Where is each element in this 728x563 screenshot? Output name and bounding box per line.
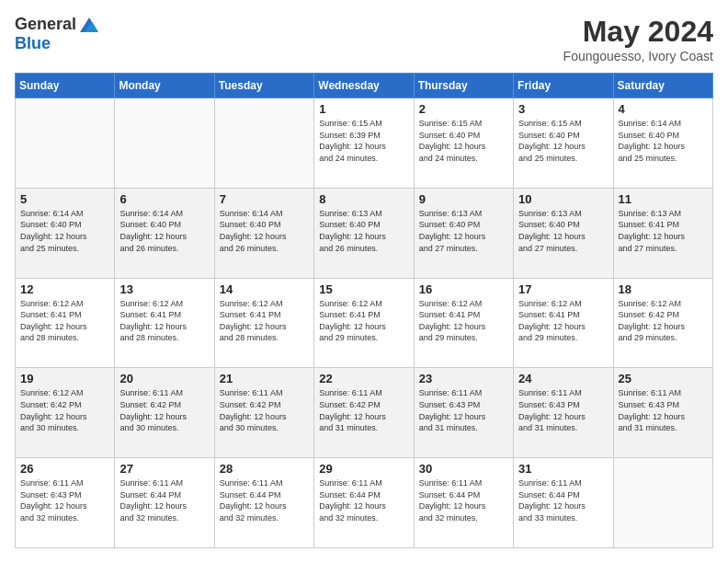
day-number: 2 xyxy=(419,102,508,116)
day-number: 10 xyxy=(518,192,608,206)
table-row: 4Sunrise: 6:14 AM Sunset: 6:40 PM Daylig… xyxy=(613,98,712,189)
col-sunday: Sunday xyxy=(16,74,115,98)
day-info: Sunrise: 6:12 AM Sunset: 6:41 PM Dayligh… xyxy=(419,298,508,344)
day-info: Sunrise: 6:12 AM Sunset: 6:41 PM Dayligh… xyxy=(518,298,608,344)
day-number: 6 xyxy=(119,192,209,206)
table-row: 26Sunrise: 6:11 AM Sunset: 6:43 PM Dayli… xyxy=(16,458,115,548)
day-info: Sunrise: 6:11 AM Sunset: 6:43 PM Dayligh… xyxy=(619,387,708,433)
table-row: 7Sunrise: 6:14 AM Sunset: 6:40 PM Daylig… xyxy=(214,188,313,278)
col-tuesday: Tuesday xyxy=(214,74,313,98)
day-info: Sunrise: 6:12 AM Sunset: 6:41 PM Dayligh… xyxy=(119,298,209,344)
table-row xyxy=(214,98,313,189)
day-info: Sunrise: 6:15 AM Sunset: 6:39 PM Dayligh… xyxy=(319,118,408,164)
col-monday: Monday xyxy=(115,74,214,98)
day-number: 30 xyxy=(419,462,508,476)
table-row: 13Sunrise: 6:12 AM Sunset: 6:41 PM Dayli… xyxy=(115,278,214,368)
day-info: Sunrise: 6:11 AM Sunset: 6:44 PM Dayligh… xyxy=(220,477,309,523)
day-number: 4 xyxy=(619,102,708,116)
col-friday: Friday xyxy=(514,74,613,98)
page: General Blue May 2024 Foungouesso, Ivory… xyxy=(0,0,728,563)
logo-general-text: General xyxy=(15,15,76,34)
logo: General Blue xyxy=(15,15,98,53)
day-number: 9 xyxy=(419,192,508,206)
table-row: 8Sunrise: 6:13 AM Sunset: 6:40 PM Daylig… xyxy=(314,188,414,278)
table-row: 22Sunrise: 6:11 AM Sunset: 6:42 PM Dayli… xyxy=(314,368,414,458)
day-number: 29 xyxy=(319,462,408,476)
day-number: 3 xyxy=(518,102,608,116)
day-number: 7 xyxy=(220,192,309,206)
table-row: 25Sunrise: 6:11 AM Sunset: 6:43 PM Dayli… xyxy=(613,368,712,458)
day-number: 16 xyxy=(419,282,508,296)
day-number: 17 xyxy=(518,282,608,296)
table-row: 19Sunrise: 6:12 AM Sunset: 6:42 PM Dayli… xyxy=(16,368,115,458)
header: General Blue May 2024 Foungouesso, Ivory… xyxy=(15,15,713,63)
month-title: May 2024 xyxy=(563,15,713,49)
day-info: Sunrise: 6:11 AM Sunset: 6:44 PM Dayligh… xyxy=(119,477,209,523)
table-row xyxy=(613,458,712,548)
day-number: 23 xyxy=(419,372,508,385)
calendar-table: Sunday Monday Tuesday Wednesday Thursday… xyxy=(15,73,713,548)
day-info: Sunrise: 6:13 AM Sunset: 6:40 PM Dayligh… xyxy=(419,208,508,254)
day-number: 20 xyxy=(119,372,209,385)
day-number: 15 xyxy=(319,282,408,296)
table-row: 23Sunrise: 6:11 AM Sunset: 6:43 PM Dayli… xyxy=(414,368,513,458)
day-number: 5 xyxy=(20,192,109,206)
day-info: Sunrise: 6:11 AM Sunset: 6:43 PM Dayligh… xyxy=(419,387,508,433)
table-row: 28Sunrise: 6:11 AM Sunset: 6:44 PM Dayli… xyxy=(214,458,313,548)
table-row: 9Sunrise: 6:13 AM Sunset: 6:40 PM Daylig… xyxy=(414,188,513,278)
calendar-header-row: Sunday Monday Tuesday Wednesday Thursday… xyxy=(16,74,713,98)
calendar-week-row: 1Sunrise: 6:15 AM Sunset: 6:39 PM Daylig… xyxy=(16,98,713,189)
table-row: 15Sunrise: 6:12 AM Sunset: 6:41 PM Dayli… xyxy=(314,278,414,368)
day-info: Sunrise: 6:11 AM Sunset: 6:44 PM Dayligh… xyxy=(319,477,408,523)
table-row: 18Sunrise: 6:12 AM Sunset: 6:42 PM Dayli… xyxy=(613,278,712,368)
day-number: 12 xyxy=(20,282,109,296)
calendar-week-row: 12Sunrise: 6:12 AM Sunset: 6:41 PM Dayli… xyxy=(16,278,713,368)
table-row: 11Sunrise: 6:13 AM Sunset: 6:41 PM Dayli… xyxy=(613,188,712,278)
day-info: Sunrise: 6:11 AM Sunset: 6:44 PM Dayligh… xyxy=(518,477,608,523)
day-info: Sunrise: 6:11 AM Sunset: 6:42 PM Dayligh… xyxy=(319,387,408,433)
calendar-week-row: 19Sunrise: 6:12 AM Sunset: 6:42 PM Dayli… xyxy=(16,368,713,458)
day-number: 27 xyxy=(119,462,209,476)
day-info: Sunrise: 6:15 AM Sunset: 6:40 PM Dayligh… xyxy=(419,118,508,164)
day-info: Sunrise: 6:11 AM Sunset: 6:42 PM Dayligh… xyxy=(220,387,309,433)
day-info: Sunrise: 6:14 AM Sunset: 6:40 PM Dayligh… xyxy=(220,208,309,254)
table-row: 30Sunrise: 6:11 AM Sunset: 6:44 PM Dayli… xyxy=(414,458,513,548)
table-row: 27Sunrise: 6:11 AM Sunset: 6:44 PM Dayli… xyxy=(115,458,214,548)
day-number: 19 xyxy=(20,372,109,385)
location: Foungouesso, Ivory Coast xyxy=(563,49,713,63)
table-row: 5Sunrise: 6:14 AM Sunset: 6:40 PM Daylig… xyxy=(16,188,115,278)
day-info: Sunrise: 6:11 AM Sunset: 6:43 PM Dayligh… xyxy=(20,477,109,523)
day-info: Sunrise: 6:14 AM Sunset: 6:40 PM Dayligh… xyxy=(619,118,708,164)
day-info: Sunrise: 6:11 AM Sunset: 6:44 PM Dayligh… xyxy=(419,477,508,523)
day-number: 11 xyxy=(619,192,708,206)
day-info: Sunrise: 6:14 AM Sunset: 6:40 PM Dayligh… xyxy=(20,208,109,254)
day-info: Sunrise: 6:12 AM Sunset: 6:41 PM Dayligh… xyxy=(20,298,109,344)
day-info: Sunrise: 6:11 AM Sunset: 6:43 PM Dayligh… xyxy=(518,387,608,433)
table-row: 29Sunrise: 6:11 AM Sunset: 6:44 PM Dayli… xyxy=(314,458,414,548)
col-wednesday: Wednesday xyxy=(314,74,414,98)
table-row: 10Sunrise: 6:13 AM Sunset: 6:40 PM Dayli… xyxy=(514,188,613,278)
logo-icon xyxy=(80,17,98,32)
calendar-week-row: 26Sunrise: 6:11 AM Sunset: 6:43 PM Dayli… xyxy=(16,458,713,548)
table-row xyxy=(16,98,115,189)
day-number: 14 xyxy=(220,282,309,296)
title-block: May 2024 Foungouesso, Ivory Coast xyxy=(563,15,713,63)
table-row: 17Sunrise: 6:12 AM Sunset: 6:41 PM Dayli… xyxy=(514,278,613,368)
day-info: Sunrise: 6:13 AM Sunset: 6:41 PM Dayligh… xyxy=(619,208,708,254)
table-row: 1Sunrise: 6:15 AM Sunset: 6:39 PM Daylig… xyxy=(314,98,414,189)
day-number: 8 xyxy=(319,192,408,206)
table-row: 3Sunrise: 6:15 AM Sunset: 6:40 PM Daylig… xyxy=(514,98,613,189)
table-row: 6Sunrise: 6:14 AM Sunset: 6:40 PM Daylig… xyxy=(115,188,214,278)
table-row: 24Sunrise: 6:11 AM Sunset: 6:43 PM Dayli… xyxy=(514,368,613,458)
col-thursday: Thursday xyxy=(414,74,513,98)
col-saturday: Saturday xyxy=(613,74,712,98)
day-info: Sunrise: 6:12 AM Sunset: 6:42 PM Dayligh… xyxy=(619,298,708,344)
day-info: Sunrise: 6:12 AM Sunset: 6:41 PM Dayligh… xyxy=(220,298,309,344)
day-number: 31 xyxy=(518,462,608,476)
table-row: 14Sunrise: 6:12 AM Sunset: 6:41 PM Dayli… xyxy=(214,278,313,368)
table-row: 16Sunrise: 6:12 AM Sunset: 6:41 PM Dayli… xyxy=(414,278,513,368)
day-number: 28 xyxy=(220,462,309,476)
day-info: Sunrise: 6:13 AM Sunset: 6:40 PM Dayligh… xyxy=(319,208,408,254)
day-info: Sunrise: 6:12 AM Sunset: 6:41 PM Dayligh… xyxy=(319,298,408,344)
table-row: 2Sunrise: 6:15 AM Sunset: 6:40 PM Daylig… xyxy=(414,98,513,189)
